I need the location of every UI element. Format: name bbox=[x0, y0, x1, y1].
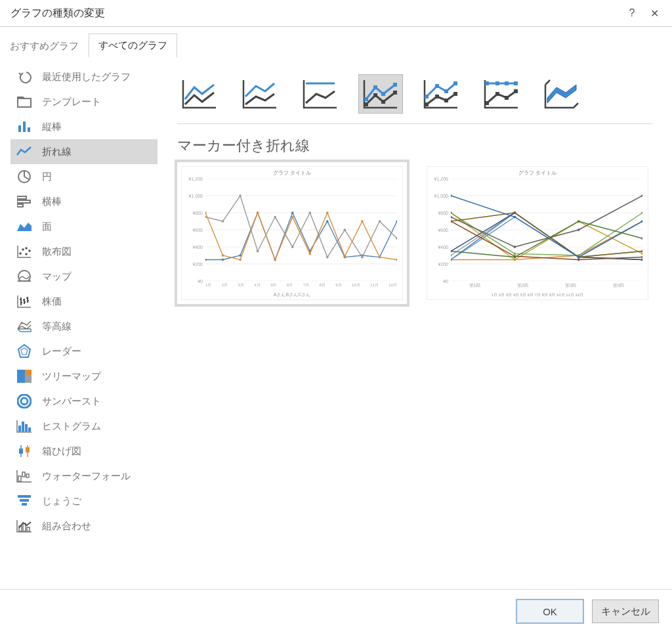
svg-rect-51 bbox=[373, 85, 377, 89]
sidebar-item-area[interactable]: 面 bbox=[10, 214, 158, 239]
svg-rect-61 bbox=[453, 81, 457, 85]
help-button[interactable]: ? bbox=[621, 2, 643, 24]
svg-rect-62 bbox=[425, 102, 429, 106]
sidebar-item-histogram[interactable]: ヒストグラム bbox=[10, 414, 158, 439]
folder-icon bbox=[16, 95, 33, 109]
svg-rect-64 bbox=[444, 98, 448, 102]
main-panel: マーカー付き折れ線 グラフ タイトル ¥1,200¥1,000 bbox=[158, 58, 672, 591]
svg-point-97 bbox=[257, 211, 259, 214]
svg-rect-28 bbox=[25, 370, 32, 376]
svg-point-112 bbox=[308, 211, 311, 214]
sidebar-item-combo[interactable]: 組み合わせ bbox=[10, 513, 158, 538]
sidebar-item-label: 組み合わせ bbox=[42, 520, 91, 533]
subtype-stacked-line-markers[interactable] bbox=[419, 74, 463, 114]
cancel-button[interactable]: キャンセル bbox=[592, 600, 659, 623]
svg-point-102 bbox=[344, 255, 346, 257]
sidebar-item-treemap[interactable]: ツリーマップ bbox=[10, 364, 158, 389]
svg-rect-72 bbox=[495, 92, 499, 96]
close-button[interactable]: ✕ bbox=[643, 2, 665, 24]
sidebar-item-funnel[interactable]: じょうご bbox=[10, 489, 158, 513]
pie-chart-icon bbox=[16, 169, 33, 184]
tab-recommended[interactable]: おすすめグラフ bbox=[0, 34, 89, 58]
column-chart-icon bbox=[16, 120, 33, 134]
svg-rect-55 bbox=[373, 93, 377, 97]
svg-point-9 bbox=[22, 248, 24, 251]
svg-point-30 bbox=[18, 395, 31, 408]
svg-point-138 bbox=[514, 259, 516, 261]
sidebar-item-recent[interactable]: 最近使用したグラフ bbox=[10, 64, 158, 89]
svg-rect-37 bbox=[19, 448, 23, 454]
sidebar-item-radar[interactable]: レーダー bbox=[10, 339, 158, 364]
subtype-100stacked-line-markers[interactable] bbox=[479, 74, 524, 114]
svg-point-146 bbox=[514, 253, 516, 255]
treemap-chart-icon bbox=[16, 369, 33, 383]
sidebar-item-column[interactable]: 縦棒 bbox=[10, 114, 158, 139]
svg-rect-57 bbox=[393, 91, 397, 95]
sidebar-item-template[interactable]: テンプレート bbox=[10, 89, 158, 114]
svg-rect-43 bbox=[18, 495, 31, 498]
svg-rect-39 bbox=[26, 447, 30, 452]
box-whisker-icon bbox=[16, 444, 33, 458]
svg-rect-70 bbox=[514, 81, 518, 85]
subtype-line[interactable] bbox=[177, 74, 222, 114]
sidebar-item-label: 折れ線 bbox=[42, 146, 72, 158]
preview-2[interactable]: グラフ タイトル ¥1,200¥1,000¥800¥600¥400¥200¥0 … bbox=[423, 162, 652, 304]
plot-area-2 bbox=[451, 179, 642, 281]
svg-point-156 bbox=[641, 256, 642, 259]
legend: 1月 2月 3月 4月 5月 6月 7月 8月 9月 10月 11月 12月 bbox=[427, 292, 648, 298]
sidebar-item-label: 円 bbox=[42, 171, 52, 183]
tab-all[interactable]: すべてのグラフ bbox=[89, 33, 177, 58]
sidebar-item-label: 等高線 bbox=[42, 320, 72, 333]
sidebar-item-boxwhisker[interactable]: 箱ひげ図 bbox=[10, 439, 158, 464]
svg-point-152 bbox=[641, 259, 642, 261]
sidebar-item-waterfall[interactable]: ウォーターフォール bbox=[10, 464, 158, 489]
subtype-stacked-line[interactable] bbox=[238, 74, 282, 114]
preview-1[interactable]: グラフ タイトル ¥1,200¥1,000¥800¥600¥400¥200¥0 … bbox=[177, 162, 407, 304]
dialog-title: グラフの種類の変更 bbox=[7, 7, 621, 20]
sidebar-item-pie[interactable]: 円 bbox=[10, 164, 158, 189]
sidebar-item-label: 散布図 bbox=[42, 246, 72, 258]
svg-rect-42 bbox=[26, 474, 29, 477]
svg-point-83 bbox=[222, 259, 224, 261]
svg-rect-33 bbox=[22, 422, 24, 431]
svg-point-108 bbox=[239, 194, 242, 197]
svg-point-101 bbox=[326, 211, 329, 214]
svg-rect-58 bbox=[425, 95, 429, 98]
sidebar-item-surface[interactable]: 等高線 bbox=[10, 314, 158, 339]
ok-button[interactable]: OK bbox=[516, 599, 584, 624]
sidebar-item-map[interactable]: マップ bbox=[10, 264, 158, 289]
subtype-100stacked-line[interactable] bbox=[298, 74, 343, 114]
svg-point-158 bbox=[514, 246, 516, 248]
map-chart-icon bbox=[16, 269, 33, 284]
svg-point-115 bbox=[361, 256, 364, 259]
sidebar-item-label: じょうご bbox=[42, 495, 81, 508]
svg-rect-32 bbox=[18, 426, 21, 431]
sidebar-item-label: ウォーターフォール bbox=[42, 470, 131, 483]
sidebar-item-stock[interactable]: 株価 bbox=[10, 289, 158, 314]
svg-rect-48 bbox=[27, 527, 30, 531]
sidebar-item-scatter[interactable]: 散布図 bbox=[10, 239, 158, 264]
svg-point-159 bbox=[578, 229, 580, 231]
sidebar-item-label: 横棒 bbox=[42, 196, 62, 208]
svg-rect-59 bbox=[435, 84, 439, 88]
svg-point-93 bbox=[396, 220, 397, 223]
sidebar-item-line[interactable]: 折れ線 bbox=[10, 139, 158, 164]
svg-point-10 bbox=[25, 253, 28, 255]
svg-point-166 bbox=[514, 216, 516, 219]
tab-strip: おすすめグラフ すべてのグラフ bbox=[0, 32, 672, 58]
sidebar-item-sunburst[interactable]: サンバースト bbox=[10, 389, 158, 414]
svg-rect-44 bbox=[20, 499, 29, 502]
svg-point-162 bbox=[514, 211, 516, 214]
svg-point-107 bbox=[222, 220, 224, 223]
svg-rect-2 bbox=[23, 121, 26, 132]
sidebar-item-bar[interactable]: 横棒 bbox=[10, 189, 158, 214]
svg-point-103 bbox=[361, 220, 364, 223]
sidebar-item-label: 最近使用したグラフ bbox=[42, 71, 131, 83]
svg-point-87 bbox=[291, 211, 294, 214]
subtype-line-markers[interactable] bbox=[358, 74, 403, 114]
svg-rect-60 bbox=[444, 89, 448, 93]
histogram-chart-icon bbox=[16, 419, 33, 433]
svg-point-95 bbox=[222, 254, 224, 257]
subtype-3d-line[interactable] bbox=[539, 74, 584, 114]
combo-chart-icon bbox=[16, 519, 33, 533]
